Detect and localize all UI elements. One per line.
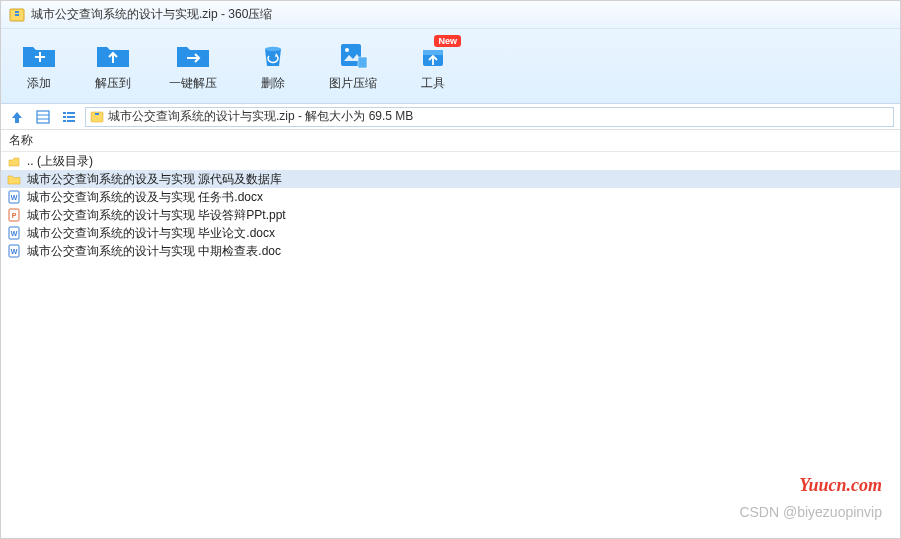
file-name: 城市公交查询系统的设计与实现 毕设答辩PPt.ppt: [27, 207, 286, 224]
image-compress-button[interactable]: 图片压缩: [329, 41, 377, 92]
column-header-name[interactable]: 名称: [1, 130, 900, 152]
svg-rect-18: [63, 120, 66, 122]
svg-text:W: W: [11, 248, 18, 255]
archive-icon: [9, 7, 25, 23]
svg-rect-4: [39, 52, 41, 62]
file-name: 城市公交查询系统的设及与实现 源代码及数据库: [27, 171, 282, 188]
watermark-csdn: CSDN @biyezuopinvip: [739, 504, 882, 520]
file-row[interactable]: W城市公交查询系统的设及与实现 任务书.docx: [1, 188, 900, 206]
window-title: 城市公交查询系统的设计与实现.zip - 360压缩: [31, 6, 272, 23]
recycle-bin-icon: [255, 41, 291, 69]
svg-rect-1: [15, 11, 19, 13]
file-row[interactable]: W城市公交查询系统的设计与实现 毕业论文.docx: [1, 224, 900, 242]
new-badge: New: [434, 35, 461, 47]
svg-rect-10: [423, 50, 443, 55]
svg-rect-17: [67, 116, 75, 118]
toolbar: 添加 解压到 一键解压 删除 图片压缩 New 工具: [1, 29, 900, 104]
archive-icon: [90, 110, 104, 124]
extract-icon: [95, 41, 131, 69]
folder-icon: [7, 172, 21, 186]
file-row[interactable]: W城市公交查询系统的设计与实现 中期检查表.doc: [1, 242, 900, 260]
file-row[interactable]: P城市公交查询系统的设计与实现 毕设答辩PPt.ppt: [1, 206, 900, 224]
watermark-yuucn: Yuucn.com: [799, 475, 882, 496]
svg-rect-2: [15, 14, 19, 16]
image-icon: [335, 41, 371, 69]
ppt-icon: P: [7, 208, 21, 222]
svg-rect-21: [95, 113, 99, 115]
svg-rect-16: [63, 116, 66, 118]
file-name: 城市公交查询系统的设计与实现 中期检查表.doc: [27, 243, 281, 260]
view-details-button[interactable]: [33, 107, 53, 127]
docx-icon: W: [7, 190, 21, 204]
file-name: 城市公交查询系统的设及与实现 任务书.docx: [27, 189, 263, 206]
svg-text:W: W: [11, 230, 18, 237]
file-name: 城市公交查询系统的设计与实现 毕业论文.docx: [27, 225, 275, 242]
path-field[interactable]: 城市公交查询系统的设计与实现.zip - 解包大小为 69.5 MB: [85, 107, 894, 127]
path-text: 城市公交查询系统的设计与实现.zip - 解包大小为 69.5 MB: [108, 108, 413, 125]
up-icon: [7, 154, 21, 168]
svg-rect-19: [67, 120, 75, 122]
titlebar: 城市公交查询系统的设计与实现.zip - 360压缩: [1, 1, 900, 29]
svg-text:W: W: [11, 194, 18, 201]
add-folder-icon: [21, 41, 57, 69]
file-list: .. (上级目录)城市公交查询系统的设及与实现 源代码及数据库W城市公交查询系统…: [1, 152, 900, 260]
up-button[interactable]: [7, 107, 27, 127]
svg-rect-8: [358, 57, 367, 68]
one-click-extract-button[interactable]: 一键解压: [169, 41, 217, 92]
svg-rect-14: [63, 112, 66, 114]
svg-text:P: P: [12, 212, 17, 219]
file-row[interactable]: 城市公交查询系统的设及与实现 源代码及数据库: [1, 170, 900, 188]
one-extract-icon: [175, 41, 211, 69]
docx-icon: W: [7, 226, 21, 240]
delete-button[interactable]: 删除: [255, 41, 291, 92]
tools-button[interactable]: New 工具: [415, 41, 451, 92]
view-list-button[interactable]: [59, 107, 79, 127]
svg-point-5: [265, 46, 281, 50]
file-row[interactable]: .. (上级目录): [1, 152, 900, 170]
add-button[interactable]: 添加: [21, 41, 57, 92]
svg-rect-11: [37, 111, 49, 123]
file-name: .. (上级目录): [27, 153, 93, 170]
svg-rect-15: [67, 112, 75, 114]
extract-to-button[interactable]: 解压到: [95, 41, 131, 92]
path-bar: 城市公交查询系统的设计与实现.zip - 解包大小为 69.5 MB: [1, 104, 900, 130]
svg-point-7: [345, 48, 349, 52]
doc-icon: W: [7, 244, 21, 258]
